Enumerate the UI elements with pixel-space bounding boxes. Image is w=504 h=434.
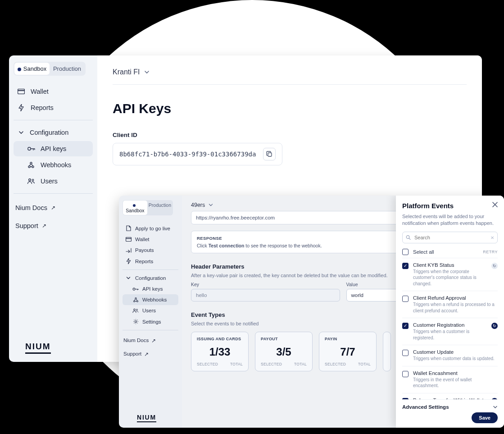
- event-name: Customer Registration: [413, 322, 487, 328]
- svg-point-4: [32, 166, 34, 168]
- event-type-card[interactable]: PAYOUT 3/5 SELECTEDTOTAL: [255, 332, 313, 371]
- card-count: 7/7: [325, 346, 371, 358]
- event-description: Triggers when a customer is registered.: [413, 329, 487, 341]
- event-checkbox[interactable]: [402, 323, 409, 329]
- webhook-icon: [132, 297, 139, 302]
- breadcrumb[interactable]: Kranti FI: [113, 68, 467, 85]
- webhook-icon: [27, 162, 35, 168]
- nav2-webhooks[interactable]: Webhooks: [123, 294, 178, 305]
- nav-webhooks[interactable]: Webhooks: [14, 157, 93, 173]
- webhooks-window: Sandbox Production Apply to go live Wall…: [119, 196, 504, 428]
- event-checkbox[interactable]: [402, 263, 409, 269]
- chevron-down-icon: [17, 130, 25, 135]
- copy-button[interactable]: [263, 148, 276, 160]
- card-count: 1/33: [197, 346, 243, 358]
- nav2-reports[interactable]: Reports: [123, 256, 178, 267]
- event-row: Customer UpdateTriggers when customer da…: [402, 345, 498, 366]
- client-id-label: Client ID: [113, 132, 467, 138]
- file-icon: [125, 225, 132, 231]
- svg-point-15: [134, 309, 136, 311]
- close-button[interactable]: [490, 200, 499, 209]
- nav2-wallet[interactable]: Wallet: [123, 234, 178, 245]
- nav2-users[interactable]: Users: [123, 305, 178, 316]
- link-nium-docs[interactable]: Nium Docs↗: [14, 200, 93, 215]
- svg-point-7: [32, 179, 34, 181]
- select-all-row: Select all RETRY: [402, 249, 498, 255]
- advanced-settings-toggle[interactable]: Advanced Settings: [402, 399, 498, 412]
- nav2-settings[interactable]: Settings: [123, 316, 178, 327]
- clear-search-button[interactable]: ✕: [490, 235, 494, 240]
- environment-toggle[interactable]: Sandbox Production: [14, 62, 86, 76]
- svg-point-3: [28, 166, 30, 168]
- nav-configuration-label: Configuration: [30, 129, 68, 136]
- save-button[interactable]: Save: [472, 412, 498, 423]
- page-title: API Keys: [113, 101, 467, 116]
- nav-reports[interactable]: Reports: [14, 100, 93, 115]
- close-icon: [492, 202, 498, 207]
- link2-nium-docs[interactable]: Nium Docs↗: [123, 335, 178, 347]
- retry-icon[interactable]: ↻: [491, 323, 498, 329]
- nav2-payouts[interactable]: Payouts: [123, 245, 178, 256]
- event-checkbox[interactable]: [402, 371, 409, 377]
- env-active-dot: [133, 204, 136, 207]
- nav-users[interactable]: Users: [14, 174, 93, 189]
- external-link-icon: ↗: [51, 205, 55, 211]
- event-row: Client KYB StatusTriggers when the corpo…: [402, 258, 498, 291]
- external-link-icon: ↗: [42, 223, 46, 229]
- env2-sandbox[interactable]: Sandbox: [123, 201, 147, 215]
- external-link-icon: ↗: [144, 351, 149, 357]
- nav-wallet-label: Wallet: [31, 88, 49, 95]
- drawer-description: Selected events will be added to your no…: [402, 213, 498, 227]
- bolt-icon: [17, 104, 25, 111]
- search-input[interactable]: [402, 232, 498, 243]
- event-checkbox[interactable]: [402, 296, 409, 302]
- card-title: ISSUING AND CARDS: [197, 337, 243, 341]
- link2-support[interactable]: Support↗: [123, 348, 178, 360]
- client-id-value: 8b68fc71-b7b6-4033-9f39-01c3366739da: [119, 151, 256, 158]
- nav-divider-2: [14, 193, 93, 194]
- wallet-icon: [17, 89, 25, 94]
- svg-rect-1: [18, 90, 25, 91]
- nav2-api-keys[interactable]: API keys: [123, 283, 178, 294]
- select-all-checkbox[interactable]: [402, 249, 409, 255]
- api-keys-panel: API Keys Client ID 8b68fc71-b7b6-4033-9f…: [113, 101, 467, 165]
- event-name: Client KYB Status: [413, 262, 487, 268]
- chevron-down-icon: [125, 276, 132, 280]
- env-sandbox[interactable]: Sandbox: [14, 63, 50, 75]
- env-production[interactable]: Production: [50, 63, 85, 75]
- nav-configuration[interactable]: Configuration: [14, 125, 93, 140]
- environment-toggle-2[interactable]: Sandbox Production: [123, 200, 173, 215]
- event-description: Triggers when the corporate customer's c…: [413, 269, 487, 287]
- key-input[interactable]: hello: [191, 289, 340, 302]
- env2-production[interactable]: Production: [147, 201, 173, 215]
- event-row: Balance Transfer Within WalletTriggers w…: [402, 393, 498, 399]
- card-count: 3/5: [261, 346, 307, 358]
- nav2-configuration[interactable]: Configuration: [123, 273, 178, 283]
- env-active-dot: [18, 68, 21, 71]
- event-type-card[interactable]: PAYIN 7/7 SELECTEDTOTAL: [319, 332, 377, 371]
- svg-point-6: [29, 179, 31, 181]
- nav-wallet[interactable]: Wallet: [14, 84, 93, 99]
- event-checkbox[interactable]: [402, 350, 409, 356]
- chevron-down-icon: [493, 405, 498, 410]
- nav2-apply-go-live[interactable]: Apply to go live: [123, 223, 178, 234]
- card-selected-label: SELECTED: [261, 362, 282, 366]
- search-field: ✕: [402, 232, 498, 243]
- retry-icon[interactable]: ↻: [491, 263, 498, 269]
- search-icon: [406, 235, 411, 240]
- select-all-label: Select all: [413, 249, 434, 255]
- sidebar: Sandbox Production Wallet Reports Config…: [9, 55, 97, 362]
- payouts-icon: [125, 248, 132, 253]
- event-row: Wallet EncashmentTriggers in the event o…: [402, 366, 498, 393]
- link-support[interactable]: Support↗: [14, 218, 93, 233]
- card-title: PAYIN: [325, 337, 371, 341]
- gear-icon: [132, 319, 139, 324]
- nav-api-keys[interactable]: API keys: [14, 141, 93, 156]
- svg-point-12: [133, 301, 135, 302]
- event-name: Client Refund Approval: [413, 295, 498, 301]
- svg-rect-10: [126, 238, 131, 239]
- users-icon: [132, 308, 139, 313]
- card-total-label: TOTAL: [358, 362, 371, 366]
- event-type-card[interactable]: ISSUING AND CARDS 1/33 SELECTEDTOTAL: [191, 332, 249, 371]
- card-total-label: TOTAL: [230, 362, 243, 366]
